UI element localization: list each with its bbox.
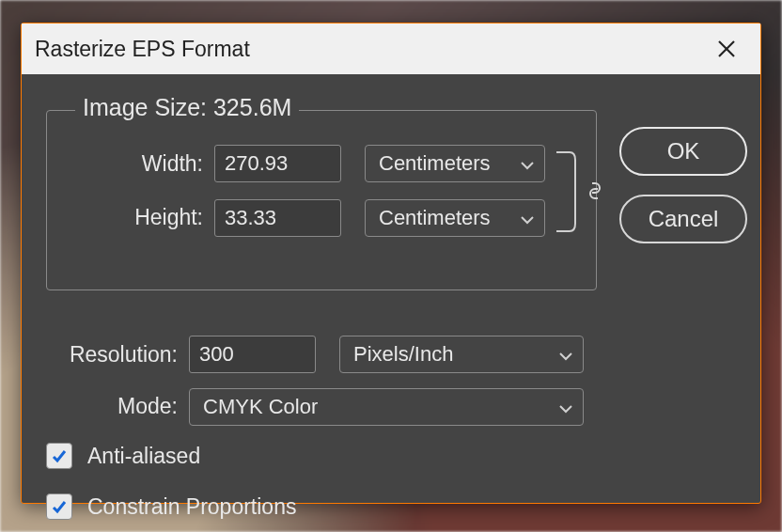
dialog-body: Image Size: 325.6M Width: Centimeters He… xyxy=(22,74,760,503)
anti-aliased-label: Anti-aliased xyxy=(87,444,200,469)
check-icon xyxy=(51,447,68,464)
check-icon xyxy=(51,498,68,515)
close-icon xyxy=(716,39,737,59)
chevron-down-icon xyxy=(520,206,535,230)
width-unit-select[interactable]: Centimeters xyxy=(365,145,545,182)
height-unit-value: Centimeters xyxy=(379,206,491,230)
cancel-button[interactable]: Cancel xyxy=(619,195,747,243)
ok-button[interactable]: OK xyxy=(619,127,747,176)
constrain-proportions-row[interactable]: Constrain Proportions xyxy=(46,493,296,520)
width-unit-value: Centimeters xyxy=(379,151,491,176)
width-label: Width: xyxy=(47,151,203,177)
resolution-input[interactable] xyxy=(189,336,316,373)
resolution-unit-select[interactable]: Pixels/Inch xyxy=(339,336,584,373)
mode-value: CMYK Color xyxy=(203,395,318,419)
mode-select[interactable]: CMYK Color xyxy=(189,388,584,426)
chevron-down-icon xyxy=(520,151,535,176)
resolution-label: Resolution: xyxy=(12,342,178,368)
ok-button-label: OK xyxy=(667,138,700,164)
constrain-proportions-label: Constrain Proportions xyxy=(87,494,296,520)
anti-aliased-checkbox[interactable] xyxy=(46,443,72,469)
width-input[interactable] xyxy=(214,145,341,182)
rasterize-eps-dialog: Rasterize EPS Format Image Size: 325.6M … xyxy=(21,23,761,504)
constrain-link-icon[interactable] xyxy=(583,179,611,207)
height-input[interactable] xyxy=(214,199,341,237)
chevron-down-icon xyxy=(558,342,573,367)
height-label: Height: xyxy=(47,205,203,230)
image-size-value: 325.6M xyxy=(213,94,291,120)
height-unit-select[interactable]: Centimeters xyxy=(365,199,545,237)
image-size-group: Image Size: 325.6M Width: Centimeters He… xyxy=(46,110,597,290)
cancel-button-label: Cancel xyxy=(649,206,719,232)
image-size-label: Image Size: xyxy=(83,94,207,120)
dialog-titlebar: Rasterize EPS Format xyxy=(22,23,760,74)
chevron-down-icon xyxy=(558,395,573,419)
dialog-title: Rasterize EPS Format xyxy=(35,37,250,62)
dimension-link-bracket xyxy=(555,149,581,235)
anti-aliased-row[interactable]: Anti-aliased xyxy=(46,443,200,469)
constrain-proportions-checkbox[interactable] xyxy=(46,493,72,520)
close-button[interactable] xyxy=(713,36,740,62)
resolution-unit-value: Pixels/Inch xyxy=(353,342,453,367)
mode-label: Mode: xyxy=(12,394,178,419)
image-size-legend: Image Size: 325.6M xyxy=(75,94,299,121)
